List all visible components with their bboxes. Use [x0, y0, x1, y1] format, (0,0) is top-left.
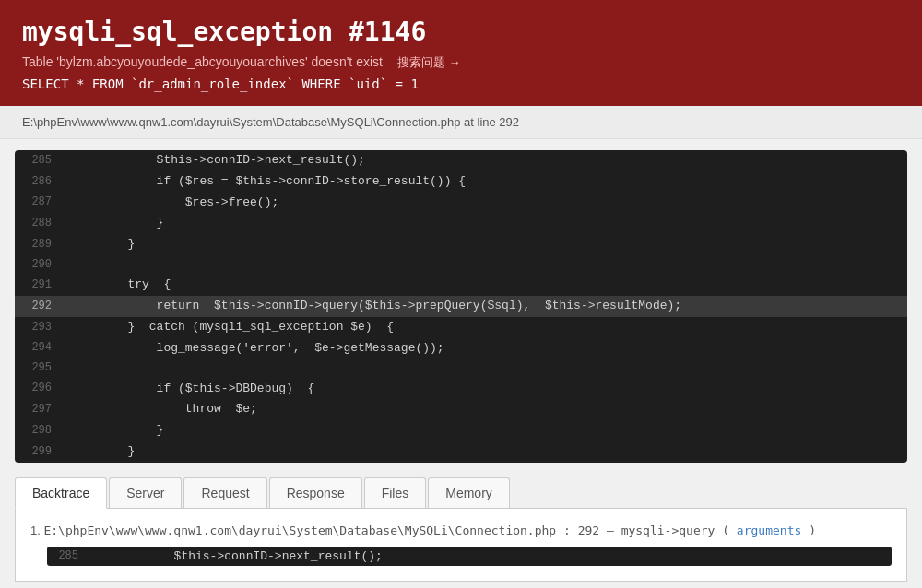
code-line: 295 — [15, 359, 907, 378]
line-number: 296 — [15, 379, 63, 398]
line-code: } — [63, 441, 142, 463]
tabs-container: BacktraceServerRequestResponseFilesMemor… — [15, 477, 907, 509]
line-number: 286 — [15, 172, 63, 192]
tab-server[interactable]: Server — [109, 477, 182, 508]
line-number: 287 — [15, 193, 63, 212]
line-number: 290 — [15, 255, 63, 275]
code-block: 285 $this->connID->next_result();286 if … — [15, 150, 907, 463]
line-number: 288 — [15, 214, 63, 233]
code-line: 288 } — [15, 213, 907, 234]
tab-request[interactable]: Request — [183, 477, 266, 508]
line-number: 295 — [15, 359, 63, 378]
line-number: 299 — [15, 442, 63, 462]
mini-code-container: 285 $this->connID->next_result(); — [47, 547, 892, 566]
line-number: 294 — [15, 338, 63, 358]
line-number: 291 — [15, 276, 63, 295]
line-number: 285 — [15, 151, 63, 171]
code-line: 299 } — [15, 441, 907, 463]
line-code — [63, 368, 77, 370]
mini-line-num: 285 — [47, 549, 88, 563]
backtrace-path: E:\phpEnv\www\www.qnw1.com\dayrui\System… — [43, 523, 816, 537]
code-line: 296 if ($this->DBDebug) { — [15, 379, 907, 400]
tab-response[interactable]: Response — [269, 477, 362, 508]
code-line: 290 — [15, 255, 907, 275]
line-code: return $this->connID->query($this->prepQ… — [63, 296, 689, 317]
search-link[interactable]: 搜索问题 → — [397, 55, 461, 69]
line-code: $this->connID->next_result(); — [63, 150, 372, 171]
backtrace-content: 1. E:\phpEnv\www\www.qnw1.com\dayrui\Sys… — [15, 509, 907, 582]
line-number: 293 — [15, 318, 63, 337]
backtrace-item: 1. E:\phpEnv\www\www.qnw1.com\dayrui\Sys… — [30, 523, 892, 537]
tab-files[interactable]: Files — [364, 477, 427, 508]
line-number: 298 — [15, 421, 63, 441]
line-code: if ($res = $this->connID->store_result()… — [63, 171, 473, 193]
backtrace-num: 1. — [30, 523, 41, 537]
tab-backtrace[interactable]: Backtrace — [15, 477, 107, 509]
line-code: throw $e; — [63, 399, 265, 420]
code-line: 286 if ($res = $this->connID->store_resu… — [15, 171, 907, 193]
file-path: E:\phpEnv\www\www.qnw1.com\dayrui\System… — [0, 106, 922, 139]
code-line: 287 $res->free(); — [15, 193, 907, 214]
arguments-link[interactable]: arguments — [737, 523, 801, 537]
mini-line-code: $this->connID->next_result(); — [88, 549, 383, 563]
code-line: 298 } — [15, 420, 907, 441]
mini-code-line: 285 $this->connID->next_result(); — [47, 547, 892, 566]
error-query: SELECT * FROM `dr_admin_role_index` WHER… — [22, 76, 900, 91]
line-code: } — [63, 420, 171, 441]
tab-memory[interactable]: Memory — [428, 477, 510, 508]
code-line: 291 try { — [15, 275, 907, 296]
line-code: } catch (mysqli_sql_exception $e) { — [63, 317, 401, 338]
line-number: 289 — [15, 235, 63, 254]
line-code: if ($this->DBDebug) { — [63, 379, 322, 400]
error-header: mysqli_sql_exception #1146 Table 'bylzm.… — [0, 0, 922, 106]
code-line: 292 return $this->connID->query($this->p… — [15, 296, 907, 317]
line-code: log_message('error', $e->getMessage()); — [63, 338, 452, 359]
line-code: } — [63, 234, 142, 255]
line-code: try { — [63, 275, 178, 296]
line-code — [63, 265, 77, 266]
error-subtitle: Table 'bylzm.abcyouyoudede_abcyouyouarch… — [22, 54, 900, 71]
code-line: 297 throw $e; — [15, 399, 907, 420]
code-line: 289 } — [15, 234, 907, 255]
code-line: 293 } catch (mysqli_sql_exception $e) { — [15, 317, 907, 338]
code-line: 285 $this->connID->next_result(); — [15, 150, 907, 171]
line-code: $res->free(); — [63, 193, 286, 214]
line-code: } — [63, 213, 171, 234]
error-message: Table 'bylzm.abcyouyoudede_abcyouyouarch… — [22, 54, 383, 69]
line-number: 297 — [15, 400, 63, 419]
code-container: 285 $this->connID->next_result();286 if … — [15, 150, 907, 463]
line-number: 292 — [15, 297, 63, 316]
error-title: mysqli_sql_exception #1146 — [22, 17, 900, 47]
code-line: 294 log_message('error', $e->getMessage(… — [15, 338, 907, 359]
